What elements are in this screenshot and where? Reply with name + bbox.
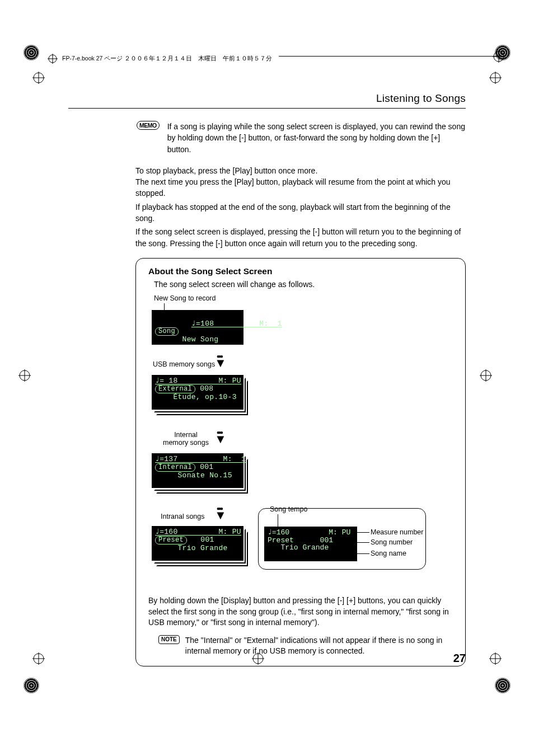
page-number: 27 — [453, 652, 466, 665]
crop-mark-icon — [32, 72, 45, 86]
label-internal-songs: Internal memory songs — [163, 431, 209, 447]
register-mark-icon — [493, 50, 505, 64]
body-p2: The next time you press the [Play] butto… — [135, 176, 466, 199]
lcd-annotated: ♩=160 M: PU Preset 001 Trio Grande — [264, 527, 357, 561]
note-badge: NOTE — [158, 635, 180, 644]
register-mark-icon — [48, 54, 58, 64]
horizontal-rule — [68, 108, 466, 109]
label-song-number: Song number — [371, 538, 413, 546]
section-title: Listening to Songs — [68, 92, 466, 105]
print-rosette-tl — [24, 45, 39, 60]
label-new-song: New Song to record — [154, 294, 216, 302]
crop-mark-icon — [32, 652, 45, 666]
down-arrow-icon: ● ● ●▼ — [214, 430, 226, 442]
body-p3: If playback has stopped at the end of th… — [135, 201, 466, 224]
print-rosette-br — [495, 678, 510, 693]
label-intranal-songs: Intranal songs — [161, 513, 205, 520]
crop-mark-icon — [480, 369, 492, 383]
down-arrow-icon: ● ● ●▼ — [214, 506, 226, 518]
lcd-new-song: ♩=108 M: 1 Song New Song — [152, 310, 243, 345]
label-song-name: Song name — [371, 550, 406, 557]
lcd-preset-stack: ♩=160 M: PU Preset 001 Trio Grande — [152, 526, 248, 566]
down-arrow-icon: ● ● ●▼ — [214, 354, 226, 366]
note-text: The "Internal" or "External" indications… — [185, 635, 453, 657]
label-song-tempo: Song tempo — [270, 505, 307, 513]
callout-panel: About the Song Select Screen The song se… — [135, 258, 466, 666]
body-p4: If the song select screen is displayed, … — [135, 226, 466, 249]
body-p1: To stop playback, press the [Play] butto… — [135, 165, 466, 176]
lcd-usb-stack: ♩= 18 M: PU External 008 Étude, op.10-3 — [152, 375, 248, 415]
lcd-internal-stack: ♩=137 M: 1 Internal 001 Sonate No.15 — [152, 453, 248, 494]
body-text-block: To stop playback, press the [Play] butto… — [68, 165, 466, 249]
crop-mark-icon — [18, 369, 31, 383]
callout-subtitle: The song select screen will change as fo… — [154, 280, 453, 289]
memo-text: If a song is playing while the song sele… — [167, 121, 466, 155]
callout-title: About the Song Select Screen — [148, 266, 453, 276]
label-usb-songs: USB memory songs — [153, 360, 215, 368]
framemaker-header: FP-7-e.book 27 ページ ２００６年１２月１４日 木曜日 午前１０時… — [48, 53, 505, 64]
lcd-annotated-frame: ♩=160 M: PU Preset 001 Trio Grande Song … — [258, 508, 426, 570]
crop-mark-icon — [489, 72, 502, 86]
memo-badge: MEMO — [137, 121, 160, 130]
print-rosette-bl — [24, 678, 39, 693]
callout-bottom-text: By holding down the [Display] button and… — [148, 595, 453, 628]
framemaker-note: FP-7-e.book 27 ページ ２００６年１２月１４日 木曜日 午前１０時… — [62, 55, 272, 63]
crop-mark-icon — [489, 652, 502, 666]
label-measure-number: Measure number — [371, 528, 424, 536]
